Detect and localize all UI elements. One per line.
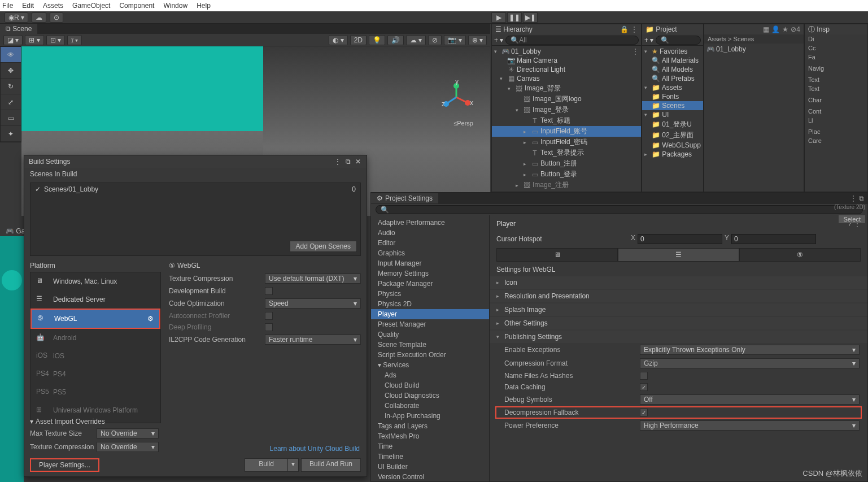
settings-category[interactable]: Script Execution Order (371, 350, 489, 360)
hierarchy-item[interactable]: ⊕EventSystem (492, 190, 641, 192)
settings-category[interactable]: Ads (371, 370, 489, 380)
cursor-x-input[interactable] (638, 234, 722, 244)
cloud-button[interactable]: ☁ (32, 12, 46, 23)
project-search[interactable]: 🔍 (656, 36, 701, 45)
hierarchy-item[interactable]: ▸▭Button_登录 (492, 169, 641, 180)
star-icon[interactable]: ★ (782, 25, 788, 33)
platform-tabs[interactable]: 🖥 ☰ ⑤ (496, 248, 861, 262)
cloud-build-link[interactable]: Learn about Unity Cloud Build (270, 445, 360, 453)
eye-icon[interactable]: ⊘4 (791, 25, 800, 33)
hierarchy-item[interactable]: ▸▭InputField_账号 (492, 126, 641, 137)
step-button[interactable]: ▶❚ (523, 12, 538, 23)
platform-item[interactable]: 🖥Windows, Mac, Linux (30, 272, 160, 290)
project-folder[interactable]: 📁 Scenes (642, 101, 703, 110)
add-open-scenes-button[interactable]: Add Open Scenes (290, 241, 357, 252)
close-icon[interactable]: ✕ (354, 158, 362, 166)
settings-category[interactable]: In-App Purchasing (371, 411, 489, 421)
scene-check[interactable]: ✓ (35, 185, 41, 193)
camera-toggle[interactable]: 📷 ▾ (444, 35, 465, 45)
hierarchy-item[interactable]: ▾🖼Image_登录 (492, 105, 641, 115)
menu-component[interactable]: Component (119, 2, 154, 10)
menu-gameobject[interactable]: GameObject (72, 2, 110, 10)
field-dropdown[interactable]: High Performance▾ (640, 420, 860, 431)
hierarchy-item[interactable]: ▸▭InputField_密码 (492, 137, 641, 147)
play-button[interactable]: ▶ (491, 12, 506, 23)
settings-category[interactable]: ▾ Services (371, 360, 489, 370)
settings-category[interactable]: Time (371, 441, 489, 451)
hierarchy-item[interactable]: TText_标题 (492, 115, 641, 126)
settings-category[interactable]: Memory Settings (371, 268, 489, 279)
filter-icon[interactable]: ▦ (763, 25, 769, 33)
popout-icon[interactable]: ⧉ (344, 158, 352, 166)
settings-category[interactable]: Audio (371, 228, 489, 238)
hierarchy-item[interactable]: ▾🖼Image_背景 (492, 83, 641, 94)
scene-tab[interactable]: ⧉ Scene (0, 24, 37, 34)
scene-gizmo[interactable]: x y z (439, 80, 473, 114)
settings-categories[interactable]: Adaptive PerformanceAudioEditorGraphicsI… (371, 215, 490, 481)
settings-category[interactable]: Scene Template (371, 340, 489, 350)
setting-dropdown[interactable]: Use default format (DXT)▾ (265, 273, 361, 284)
persp-label[interactable]: ≤Persp (453, 120, 473, 127)
setting-checkbox[interactable] (265, 312, 273, 320)
draw-mode[interactable]: ◐ ▾ (329, 35, 347, 45)
favorite-item[interactable]: 🔍 All Prefabs (642, 74, 703, 83)
settings-category[interactable]: Player (371, 309, 489, 319)
hierarchy-search[interactable]: 🔍 All (505, 36, 639, 45)
lighting-toggle[interactable]: 💡 (369, 35, 385, 45)
rotate-tool[interactable]: ↻ (1, 79, 21, 94)
snap-toggle[interactable]: ⊡ ▾ (46, 35, 65, 45)
pause-button[interactable]: ❚❚ (507, 12, 522, 23)
menubar[interactable]: FileEditAssetsGameObjectComponentWindowH… (0, 0, 868, 11)
settings-category[interactable]: Timeline (371, 451, 489, 462)
settings-category[interactable]: Preset Manager (371, 319, 489, 329)
favorites-header[interactable]: ▾★ Favorites (642, 47, 703, 56)
favorite-item[interactable]: 🔍 All Models (642, 65, 703, 74)
menu-file[interactable]: File (2, 2, 13, 10)
settings-category[interactable]: Physics 2D (371, 299, 489, 309)
project-folder[interactable]: 📁 Fonts (642, 92, 703, 101)
settings-category[interactable]: Cloud Diagnostics (371, 390, 489, 401)
asset-overrides-foldout[interactable]: ▾ Asset Import Overrides (30, 416, 163, 427)
asset-item[interactable]: 🎮01_Lobby (704, 45, 804, 54)
setting-dropdown[interactable]: Faster runtime▾ (265, 335, 361, 345)
settings-category[interactable]: UI Builder (371, 462, 489, 472)
settings-category[interactable]: Package Manager (371, 279, 489, 289)
settings-category[interactable]: Physics (371, 289, 489, 299)
scenes-list[interactable]: ✓ Scenes/01_Lobby 0 Add Open Scenes (30, 183, 361, 256)
hidden-toggle[interactable]: ⊘ (428, 35, 442, 45)
platform-item[interactable]: iOSiOS (30, 347, 160, 365)
hierarchy-item[interactable]: TText_登录提示 (492, 147, 641, 158)
settings-category[interactable]: Quality (371, 329, 489, 340)
field-checkbox[interactable]: ✓ (640, 383, 648, 391)
add-button[interactable]: + ▾ (644, 36, 653, 44)
menu-edit[interactable]: Edit (22, 2, 34, 10)
hierarchy-item[interactable]: ☀Directional Light (492, 65, 641, 74)
select-button[interactable]: Select (839, 215, 865, 223)
account-button[interactable]: ◉ R ▾ (5, 12, 28, 23)
popout-icon[interactable]: ⧉ (859, 194, 864, 202)
section-header[interactable]: ▸ Resolution and Presentation (490, 290, 867, 302)
settings-category[interactable]: Version Control (371, 472, 489, 481)
menu-window[interactable]: Window (163, 2, 187, 10)
favorite-item[interactable]: 🔍 All Materials (642, 56, 703, 65)
override-dropdown[interactable]: No Override▾ (97, 442, 159, 452)
section-header[interactable]: ▸ Splash Image (490, 303, 867, 316)
section-header[interactable]: ▾ Publishing Settings (490, 331, 867, 343)
section-header[interactable]: ▸ Other Settings (490, 317, 867, 329)
hierarchy-item[interactable]: 📷Main Camera (492, 56, 641, 65)
setting-checkbox[interactable] (265, 323, 273, 331)
add-button[interactable]: + ▾ (494, 36, 503, 44)
effects-toggle[interactable]: ☁ ▾ (406, 35, 426, 45)
hierarchy-item[interactable]: ▸🖼Image_注册 (492, 180, 641, 190)
hierarchy-tree[interactable]: ▾🎮01_Lobby⋮📷Main Camera☀Directional Ligh… (492, 46, 641, 192)
setting-checkbox[interactable] (265, 287, 273, 295)
more-icon[interactable]: ⋮ (850, 194, 857, 202)
field-dropdown[interactable]: Off▾ (640, 394, 860, 405)
field-checkbox[interactable] (640, 372, 648, 380)
settings-category[interactable]: TextMesh Pro (371, 431, 489, 441)
project-folder[interactable]: 📁 WebGLSupp (642, 141, 703, 150)
transform-tool[interactable]: ✦ (1, 126, 21, 142)
settings-category[interactable]: Tags and Layers (371, 421, 489, 431)
settings-category[interactable]: Adaptive Performance (371, 218, 489, 228)
increment-snap[interactable]: ⟟ ▾ (67, 35, 82, 45)
